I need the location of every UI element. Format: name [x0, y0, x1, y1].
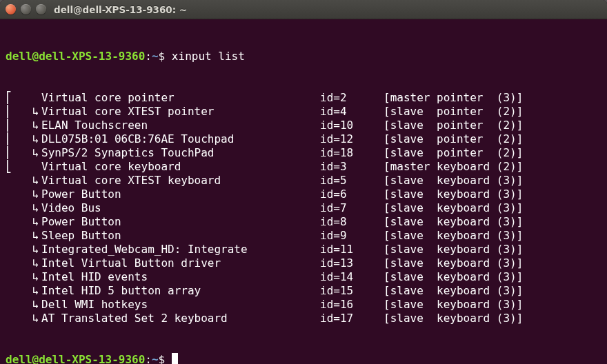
device-row: ↳ Intel Virtual Button driverid=13[slave… [6, 256, 601, 270]
device-row: ⎡ Virtual core pointerid=2[master pointe… [6, 91, 601, 105]
device-id: id=14 [320, 270, 384, 284]
tree-glyph: ↳ [6, 174, 41, 188]
device-row: ⎣ Virtual core keyboardid=3[master keybo… [6, 160, 601, 174]
device-role: [master keyboard (2)] [384, 160, 601, 174]
device-name: Power Button [41, 188, 320, 201]
xinput-output: ⎡ Virtual core pointerid=2[master pointe… [6, 91, 601, 325]
device-id: id=11 [320, 243, 384, 256]
tree-glyph: ↳ [6, 298, 41, 312]
prompt-sigil: $ [159, 353, 166, 364]
device-id: id=18 [320, 146, 384, 160]
device-id: id=17 [320, 312, 384, 325]
device-id: id=5 [320, 174, 384, 188]
tree-glyph: ⎜ ↳ [6, 105, 41, 119]
device-row: ↳ Video Busid=7[slave keyboard (3)] [6, 201, 601, 215]
tree-glyph: ↳ [6, 188, 41, 201]
tree-glyph: ↳ [6, 243, 41, 256]
maximize-icon[interactable] [36, 4, 46, 14]
device-role: [slave keyboard (3)] [384, 298, 601, 312]
prompt-path: ~ [152, 353, 159, 364]
tree-glyph: ↳ [6, 256, 41, 270]
space [165, 353, 172, 364]
device-id: id=13 [320, 256, 384, 270]
terminal-window: dell@dell-XPS-13-9360: ~ dell@dell-XPS-1… [0, 0, 607, 364]
device-name: Intel HID 5 button array [41, 284, 320, 298]
device-name: Video Bus [41, 201, 320, 215]
device-row: ↳ Integrated_Webcam_HD: Integrateid=11[s… [6, 243, 601, 256]
device-id: id=2 [320, 91, 384, 105]
tree-glyph: ↳ [6, 201, 41, 215]
device-role: [slave keyboard (3)] [384, 174, 601, 188]
prompt-colon: : [145, 353, 152, 364]
tree-glyph: ⎜ ↳ [6, 119, 41, 132]
device-name: Dell WMI hotkeys [41, 298, 320, 312]
prompt-line-2: dell@dell-XPS-13-9360:~$ [6, 353, 601, 364]
device-name: Integrated_Webcam_HD: Integrate [41, 243, 320, 256]
device-id: id=4 [320, 105, 384, 119]
device-role: [master pointer (3)] [384, 91, 601, 105]
minimize-icon[interactable] [21, 4, 31, 14]
device-name: Intel Virtual Button driver [41, 256, 320, 270]
device-name: Sleep Button [41, 229, 320, 243]
device-role: [slave keyboard (3)] [384, 270, 601, 284]
command: xinput list [172, 50, 245, 63]
device-name: ELAN Touchscreen [41, 119, 320, 132]
device-name: Virtual core keyboard [41, 160, 320, 174]
device-id: id=10 [320, 119, 384, 132]
device-name: Virtual core XTEST pointer [41, 105, 320, 119]
device-id: id=12 [320, 132, 384, 146]
device-row: ⎜ ↳ Virtual core XTEST pointerid=4[slave… [6, 105, 601, 119]
device-row: ↳ Virtual core XTEST keyboardid=5[slave … [6, 174, 601, 188]
titlebar: dell@dell-XPS-13-9360: ~ [0, 0, 607, 19]
device-id: id=6 [320, 188, 384, 201]
tree-glyph: ⎡ [6, 91, 41, 105]
device-row: ↳ Intel HID 5 button arrayid=15[slave ke… [6, 284, 601, 298]
device-role: [slave keyboard (3)] [384, 256, 601, 270]
device-name: Power Button [41, 215, 320, 229]
device-role: [slave keyboard (3)] [384, 243, 601, 256]
tree-glyph: ↳ [6, 229, 41, 243]
device-name: Virtual core pointer [41, 91, 320, 105]
device-id: id=8 [320, 215, 384, 229]
device-role: [slave keyboard (3)] [384, 229, 601, 243]
device-id: id=9 [320, 229, 384, 243]
device-id: id=3 [320, 160, 384, 174]
prompt-path: ~ [152, 50, 159, 63]
window-title: dell@dell-XPS-13-9360: ~ [54, 4, 187, 15]
device-row: ↳ Dell WMI hotkeysid=16[slave keyboard (… [6, 298, 601, 312]
device-role: [slave keyboard (3)] [384, 188, 601, 201]
device-role: [slave pointer (2)] [384, 132, 601, 146]
device-row: ↳ Power Buttonid=8[slave keyboard (3)] [6, 215, 601, 229]
device-name: AT Translated Set 2 keyboard [41, 312, 320, 325]
tree-glyph: ↳ [6, 284, 41, 298]
prompt-colon: : [145, 50, 152, 63]
device-row: ↳ AT Translated Set 2 keyboardid=17[slav… [6, 312, 601, 325]
terminal-body[interactable]: dell@dell-XPS-13-9360:~$ xinput list ⎡ V… [0, 19, 607, 364]
tree-glyph: ⎣ [6, 160, 41, 174]
tree-glyph: ↳ [6, 312, 41, 325]
close-icon[interactable] [6, 4, 16, 14]
command-text [165, 50, 172, 63]
device-id: id=7 [320, 201, 384, 215]
device-name: SynPS/2 Synaptics TouchPad [41, 146, 320, 160]
device-name: Virtual core XTEST keyboard [41, 174, 320, 188]
device-role: [slave pointer (2)] [384, 105, 601, 119]
device-role: [slave keyboard (3)] [384, 284, 601, 298]
device-role: [slave pointer (2)] [384, 146, 601, 160]
device-role: [slave keyboard (3)] [384, 215, 601, 229]
device-id: id=16 [320, 298, 384, 312]
device-row: ⎜ ↳ DLL075B:01 06CB:76AE Touchpadid=12[s… [6, 132, 601, 146]
tree-glyph: ↳ [6, 270, 41, 284]
device-id: id=15 [320, 284, 384, 298]
tree-glyph: ⎜ ↳ [6, 146, 41, 160]
tree-glyph: ⎜ ↳ [6, 132, 41, 146]
device-role: [slave keyboard (3)] [384, 312, 601, 325]
device-row: ↳ Sleep Buttonid=9[slave keyboard (3)] [6, 229, 601, 243]
device-row: ↳ Power Buttonid=6[slave keyboard (3)] [6, 188, 601, 201]
device-role: [slave keyboard (3)] [384, 201, 601, 215]
device-role: [slave pointer (2)] [384, 119, 601, 132]
device-row: ↳ Intel HID eventsid=14[slave keyboard (… [6, 270, 601, 284]
tree-glyph: ↳ [6, 215, 41, 229]
device-row: ⎜ ↳ SynPS/2 Synaptics TouchPadid=18[slav… [6, 146, 601, 160]
prompt-sigil: $ [159, 50, 166, 63]
